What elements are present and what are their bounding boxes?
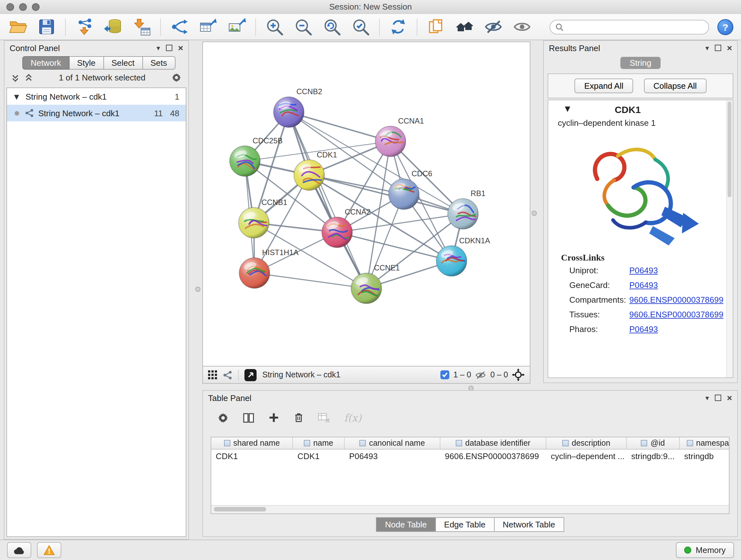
table-tab-edge-table[interactable]: Edge Table — [436, 517, 495, 532]
table-cell: P06493 — [345, 449, 441, 462]
table-row[interactable]: CDK1CDK1P064939606.ENSP00000378699cyclin… — [211, 449, 729, 462]
selected-checkbox-icon[interactable] — [441, 370, 450, 379]
horizontal-scrollbar[interactable] — [211, 505, 729, 513]
delete-column-icon[interactable] — [293, 412, 305, 423]
cloud-button[interactable] — [7, 542, 31, 558]
network-node-CCNA1[interactable] — [375, 126, 406, 157]
panel-close-icon[interactable]: × — [727, 44, 732, 52]
control-tab-sets[interactable]: Sets — [143, 56, 175, 70]
panel-menu-icon[interactable]: ▾ — [705, 394, 709, 401]
crosslink-link[interactable]: P06493 — [629, 266, 658, 275]
duplicate-page-icon — [426, 17, 446, 37]
cloud-icon — [13, 546, 25, 555]
table-tab-node-table[interactable]: Node Table — [376, 517, 435, 532]
memory-button[interactable]: Memory — [676, 542, 734, 558]
clone-network-button[interactable] — [426, 17, 446, 37]
hide-selected-button[interactable] — [483, 17, 503, 37]
network-row[interactable]: String Network – cdk1 11 48 — [7, 105, 186, 121]
collapse-all-button[interactable]: Collapse All — [644, 78, 706, 93]
column-header-canonical-name[interactable]: canonical name — [345, 437, 441, 449]
results-scrollbar[interactable] — [726, 100, 733, 377]
apply-layout-button[interactable] — [388, 17, 408, 37]
network-node-HIST1H1A[interactable] — [239, 258, 270, 288]
network-graph[interactable]: CCNB2CCNA1CDC25BCDK1CDC6RB1CCNB1CCNA2CDK… — [203, 42, 530, 366]
network-node-CDK1[interactable] — [294, 160, 325, 191]
network-view[interactable]: CCNB2CCNA1CDC25BCDK1CDC6RB1CCNB1CCNA2CDK… — [202, 42, 530, 367]
network-view-icon[interactable] — [223, 370, 232, 380]
panel-float-icon[interactable] — [715, 395, 721, 401]
network-edge[interactable] — [289, 112, 391, 141]
network-node-CDC6[interactable] — [389, 179, 419, 209]
panel-close-icon[interactable]: × — [727, 393, 732, 402]
column-header--id[interactable]: @id — [627, 437, 680, 449]
table-gear-icon[interactable] — [217, 412, 229, 424]
save-session-button[interactable] — [37, 17, 57, 37]
zoom-fit-button[interactable] — [322, 17, 342, 37]
hidden-node-edge-count: 0 – 0 — [490, 370, 508, 379]
network-edge[interactable] — [254, 273, 366, 288]
network-node-CDC25B[interactable] — [230, 146, 260, 177]
network-collection-row[interactable]: ▼ String Network – cdk1 1 — [7, 88, 186, 105]
export-table-button[interactable] — [198, 17, 218, 37]
import-network-file-button[interactable] — [74, 17, 94, 37]
export-network-button[interactable] — [169, 17, 190, 37]
column-header-description[interactable]: description — [546, 437, 627, 449]
gear-icon[interactable] — [171, 72, 182, 83]
birdseye-button[interactable] — [245, 369, 257, 381]
panel-menu-icon[interactable]: ▾ — [157, 44, 160, 51]
scrollbar-thumb[interactable] — [214, 507, 266, 511]
zoom-in-button[interactable] — [264, 17, 285, 37]
column-header-namespac[interactable]: namespac — [680, 437, 730, 449]
crosslink-link[interactable]: P06493 — [629, 324, 658, 334]
table-tab-network-table[interactable]: Network Table — [494, 517, 564, 532]
import-table-button[interactable] — [131, 17, 152, 37]
grid-view-icon[interactable] — [208, 370, 217, 379]
toolbar-separator — [417, 18, 417, 36]
network-node-CCNA2[interactable] — [322, 217, 353, 248]
crosslink-link[interactable]: P06493 — [629, 280, 658, 290]
control-tab-style[interactable]: Style — [69, 56, 104, 70]
control-tab-network[interactable]: Network — [22, 56, 69, 70]
network-edge[interactable] — [289, 112, 366, 288]
network-node-CCNE1[interactable] — [351, 273, 382, 304]
column-header-shared-name[interactable]: shared name — [211, 437, 293, 449]
crosslink-link[interactable]: 9606.ENSP00000378699 — [629, 295, 724, 305]
zoom-out-button[interactable] — [293, 17, 313, 37]
network-node-CCNB1[interactable] — [239, 207, 269, 238]
export-image-button[interactable] — [226, 17, 247, 37]
expand-all-icon[interactable] — [24, 73, 33, 82]
tree-expand-triangle-icon[interactable]: ▼ — [12, 93, 21, 100]
select-columns-icon[interactable] — [243, 412, 255, 424]
search-box[interactable] — [549, 19, 709, 34]
network-node-CCNB2[interactable] — [273, 97, 304, 127]
search-input[interactable] — [567, 21, 703, 32]
column-header-name[interactable]: name — [293, 437, 345, 449]
collapse-all-icon[interactable] — [11, 73, 20, 82]
zoom-selected-button[interactable] — [350, 17, 371, 37]
expand-all-button[interactable]: Expand All — [575, 78, 633, 93]
crosslink-link[interactable]: 9606.ENSP00000378699 — [629, 310, 724, 319]
panel-close-icon[interactable]: × — [178, 44, 183, 52]
network-node-RB1[interactable] — [448, 199, 478, 229]
import-network-database-button[interactable] — [103, 17, 123, 37]
panel-menu-icon[interactable]: ▾ — [705, 44, 709, 51]
results-tab-string[interactable]: String — [620, 57, 661, 69]
left-splitter-handle[interactable] — [195, 287, 200, 292]
right-splitter-handle[interactable] — [532, 211, 537, 216]
column-header-database-identifier[interactable]: database identifier — [441, 437, 546, 449]
pan-crosshair-icon[interactable] — [512, 368, 525, 381]
control-tab-select[interactable]: Select — [104, 56, 143, 70]
crosslink-row: Compartments:9606.ENSP00000378699 — [548, 293, 733, 307]
add-column-icon[interactable] — [268, 412, 280, 423]
warnings-button[interactable] — [37, 542, 61, 558]
network-row-label: String Network – cdk1 — [38, 108, 119, 118]
node-label-HIST1H1A: HIST1H1A — [262, 248, 298, 257]
first-neighbors-button[interactable] — [455, 17, 475, 37]
network-node-CDKN1A[interactable] — [436, 246, 467, 276]
results-panel-header: Results Panel ▾ × — [544, 41, 737, 55]
help-button[interactable]: ? — [718, 19, 733, 35]
show-all-button[interactable] — [512, 17, 532, 37]
panel-float-icon[interactable] — [166, 45, 172, 51]
panel-float-icon[interactable] — [715, 45, 721, 51]
open-session-button[interactable] — [8, 17, 28, 37]
